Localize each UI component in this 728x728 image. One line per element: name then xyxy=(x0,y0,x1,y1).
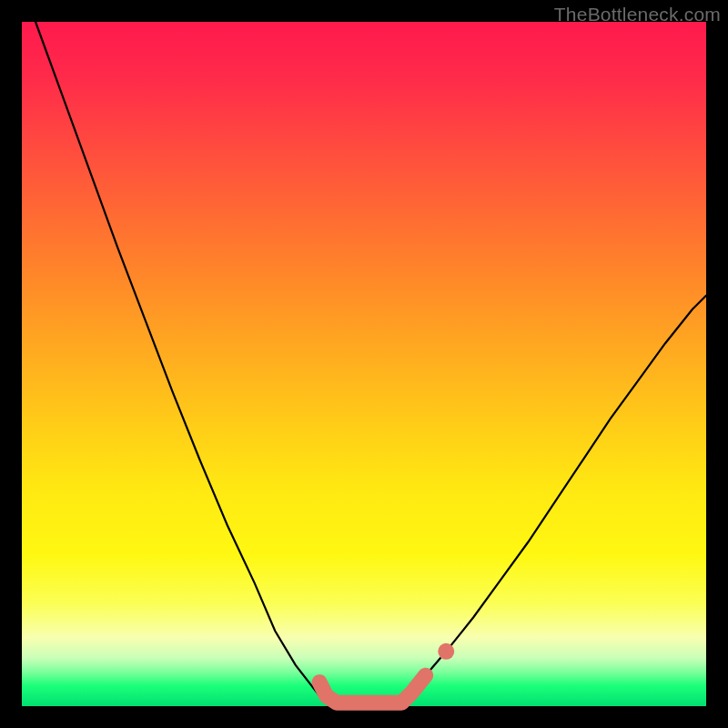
chart-svg xyxy=(22,22,706,706)
watermark-text: TheBottleneck.com xyxy=(554,4,721,25)
right-curve xyxy=(401,296,706,703)
highlight-segment xyxy=(319,675,426,703)
svg-point-0 xyxy=(438,643,454,660)
chart-frame: TheBottleneck.com xyxy=(0,0,728,728)
highlight-dot xyxy=(438,643,454,660)
left-curve xyxy=(35,22,327,703)
